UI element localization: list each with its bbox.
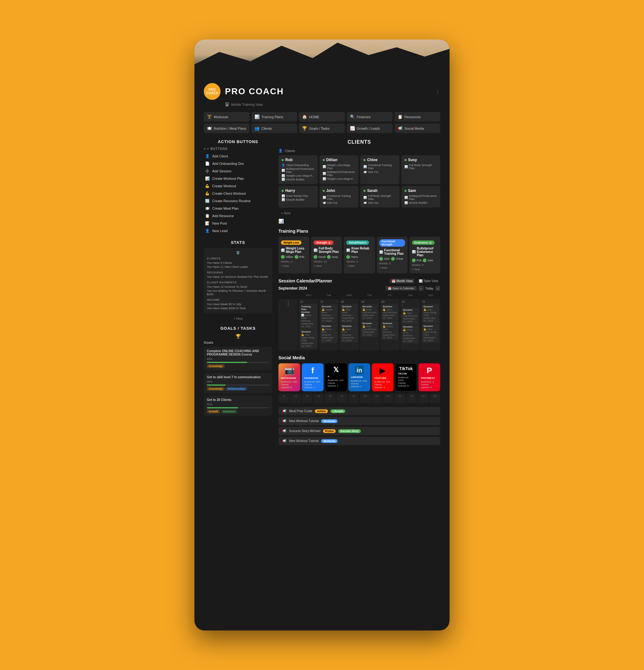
- tp-name-3: 📊 Functional Training Plan: [379, 249, 405, 255]
- social-card-linkedin[interactable]: in LINKEDIN Audience: 143 Clients Gained…: [348, 363, 370, 391]
- tp-add-4[interactable]: + New: [412, 268, 438, 271]
- tp-card-2[interactable]: Rehabilitation 📊 Knee Rehab Plan Harry: [344, 237, 375, 273]
- instagram-audience: Audience: 199: [281, 380, 298, 383]
- cal-today-btn[interactable]: Today: [425, 287, 434, 290]
- client-card-harry[interactable]: Harry 📊Knee Rehab Plan 📊Muscle Builder: [279, 186, 318, 207]
- client-card-sam[interactable]: Sam 📊Bulletproof Endurance Plan 📊Muscle …: [401, 186, 441, 207]
- cal-open-btn[interactable]: 📅 Open in Calendar: [386, 286, 417, 291]
- tp-card-4[interactable]: Endurance 1 📊 Bulletproof Endurance Plan…: [410, 237, 440, 273]
- tp-add-3[interactable]: + New: [379, 266, 405, 269]
- client-card-sarah[interactable]: Sarah 📊Full Body Strength Plan 🍽️Diet Cu…: [360, 186, 400, 207]
- social-card-twitter[interactable]: 𝕏 X Audience: 110 Clients Gained: 1: [325, 363, 347, 391]
- goal-tag-growth: Growth: [207, 410, 220, 413]
- social-card-youtube[interactable]: ▶ YOUTUBE Audience: 500 Clients Gained: …: [372, 363, 393, 391]
- stats-add-new[interactable]: + New: [234, 317, 243, 320]
- cal-session-18-1[interactable]: Session 💪Sam Core Workout September 18, …: [341, 324, 358, 343]
- cal-session-20-0[interactable]: Session 💪Sam Leg Workout September 20, 2…: [381, 304, 398, 320]
- clients-label-row: 👤 Clients: [279, 149, 440, 153]
- action-new-post[interactable]: 📝 New Post: [204, 220, 272, 226]
- avatar-dot: [412, 258, 416, 262]
- notif-workout-tutorial-2[interactable]: 📢 New Workout Tutorial Workouts: [279, 437, 440, 445]
- twitter-name: X: [327, 375, 345, 378]
- cal-session-20-1[interactable]: Session 💪Dillian Core Workout September …: [381, 321, 398, 340]
- action-add-client[interactable]: 👤 Add Client: [204, 153, 272, 159]
- options-icon[interactable]: ⋮: [435, 89, 440, 95]
- action-create-workout-plan[interactable]: 📊 Create Workout Plan: [204, 175, 272, 182]
- nav-workouts[interactable]: 🏋️ Workouts: [204, 112, 250, 122]
- cal-session-21-0[interactable]: Session 💪Sam Leg Workout September 21, 2…: [402, 308, 418, 324]
- client-dot-susy: [404, 159, 407, 161]
- client-card-john[interactable]: John 📊Functional Training Plan 🍽️Diet Cu…: [320, 186, 359, 207]
- cal-session-17-1[interactable]: Session 💪Harry Back Workout September 17…: [320, 324, 337, 343]
- cal-month-view-btn[interactable]: 📅 Month View: [390, 279, 414, 283]
- notif-success-story[interactable]: 📢 Success Story Michael Promo Success St…: [279, 427, 440, 435]
- tp-add-2[interactable]: + New: [346, 264, 372, 268]
- avatar-dot: [313, 255, 317, 259]
- client-card-dillian[interactable]: Dillian 📊Weight Loss Mega Plan 📊Bulletpr…: [320, 155, 359, 184]
- cal-session-date2-16-1: September 16, 2024: [301, 342, 316, 347]
- cal-session-18-0[interactable]: Session 💪Rob Back Workout September 18, …: [341, 304, 358, 323]
- clients-section: CLIENTS 👤 Clients Rob 👤Client Onbo: [279, 139, 440, 216]
- cal-session-16-1[interactable]: Session 💪Rob Upper Body Push September 1…: [300, 330, 317, 348]
- nav-growth-leads[interactable]: 📈 Growth / Leads: [347, 123, 393, 133]
- avatar-dot: [281, 255, 285, 259]
- social-card-pinterest[interactable]: P PINTEREST Audience: 0 Clients Gained: …: [418, 363, 440, 391]
- notif-workout-tutorial[interactable]: 📢 New Workout Tutorial Workouts: [279, 417, 440, 425]
- cal-session-21-1[interactable]: Session 💪Susy Core Workout September 21,…: [402, 324, 418, 344]
- tp-card-3[interactable]: Functional Strength 📊 Functional Trainin…: [377, 237, 407, 273]
- avatar-dot: [391, 257, 395, 261]
- home-icon: 🏠: [302, 115, 307, 119]
- action-create-meal-plan[interactable]: 🍽️ Create Meal Plan: [204, 205, 272, 212]
- cal-session-type-21-1: Core Workout: [403, 331, 417, 337]
- cal-session-22-1[interactable]: Session 💪John Upper Body Push September …: [422, 324, 439, 343]
- action-add-onboarding[interactable]: 📄 Add Onboarding Doc: [204, 161, 272, 167]
- goal-fill-0: [207, 362, 247, 363]
- action-create-recovery[interactable]: 🔄 Create Recovery Routine: [204, 198, 272, 204]
- cal-next-btn[interactable]: ›: [435, 286, 440, 291]
- facebook-name: FACEBOOK: [304, 377, 321, 379]
- goal-tag-knowledge: Knowledge: [207, 364, 225, 368]
- social-section: Social Media 📷 INSTAGRAM Audience: 199 C…: [279, 355, 440, 403]
- action-add-session[interactable]: ➕ Add Session: [204, 168, 272, 174]
- social-card-tiktok[interactable]: TikTok TIKTOK Audience: 1000 Clients Gai…: [395, 363, 417, 391]
- client-card-rob[interactable]: Rob 👤Client Onboarding 📊Bulletproof Endu…: [279, 155, 318, 184]
- nav-training-plans[interactable]: 📊 Training Plans: [251, 112, 297, 122]
- client-card-susy[interactable]: Susy 📊Full Body Strength Plan: [401, 155, 441, 184]
- cal-session-19-1[interactable]: Session 💪Rob Leg Workout September 19, 2…: [361, 321, 378, 337]
- nav-clients[interactable]: 👥 Clients: [251, 123, 297, 133]
- action-new-lead[interactable]: 👤 New Lead: [204, 228, 272, 234]
- nav-goals-tasks[interactable]: 🏆 Goals / Tasks: [299, 123, 345, 133]
- nav-finances[interactable]: 🔍 Finances: [347, 112, 393, 122]
- cal-add-21[interactable]: +: [402, 304, 418, 307]
- tp-add-1[interactable]: + New: [313, 264, 339, 268]
- tp-card-0[interactable]: Weight Loss 📊 Weight Loss Mega Plan Dill…: [279, 237, 309, 273]
- cal-small-21: 21: [383, 394, 393, 403]
- cal-session-22-0[interactable]: Session 💪Sam Upper Body Push September 2…: [422, 304, 439, 323]
- nav-nutrition[interactable]: 🍽️ Nutrition / Meal Plans: [204, 123, 250, 133]
- cal-session-17-0[interactable]: Session 💪Sarah Back Workout September 17…: [320, 304, 337, 323]
- social-card-instagram[interactable]: 📷 INSTAGRAM Audience: 199 Clients Gained…: [279, 363, 300, 391]
- cal-session-type-17-0: Back Workout: [322, 311, 336, 317]
- client-card-chloe[interactable]: Chloe 📊Functional Training Plan 🍽️Diet C…: [360, 155, 400, 184]
- cal-session-date-19-1: September 19, 2024: [362, 331, 377, 336]
- cal-session-16-0[interactable]: Training Plan Invoice 📊Harry Back Workou…: [300, 304, 317, 329]
- tp-add-0[interactable]: + New: [281, 264, 307, 268]
- tp-weeks-2: Weeks: 3: [346, 260, 372, 263]
- nav-social-media[interactable]: 📢 Social Media: [394, 123, 440, 133]
- client-name-rob: Rob: [282, 158, 314, 162]
- clients-add-new[interactable]: + New: [279, 210, 440, 216]
- cal-session-19-0[interactable]: Session 💪Susy Leg Workout September 19, …: [361, 304, 378, 320]
- social-card-facebook[interactable]: f FACEBOOK Audience: 231 Clients Gained:…: [302, 363, 324, 391]
- action-add-resource[interactable]: 📋 Add Resource: [204, 213, 272, 219]
- youtube-clients: Clients Gained: 3: [374, 383, 391, 389]
- nav-home[interactable]: 🏠 HOME: [299, 112, 345, 122]
- cal-table-view-btn[interactable]: 📊 Table View: [417, 279, 440, 283]
- nav-resources[interactable]: 📋 Resources: [394, 112, 440, 122]
- tp-card-1[interactable]: Strength 1 📊 Full Body Strength Plan Sar…: [311, 237, 342, 273]
- action-create-client-workout[interactable]: 💪 Create Client Workout: [204, 190, 272, 197]
- action-create-workout[interactable]: 💪 Create Workout: [204, 183, 272, 189]
- notif-meal-prep[interactable]: 📢 Meal Prep Guide Advice Lifestyle: [279, 407, 440, 415]
- cal-session-title-21-0: Session: [403, 309, 417, 311]
- cal-prev-btn[interactable]: ‹: [418, 286, 424, 291]
- brand-title: PRO COACH: [225, 86, 284, 96]
